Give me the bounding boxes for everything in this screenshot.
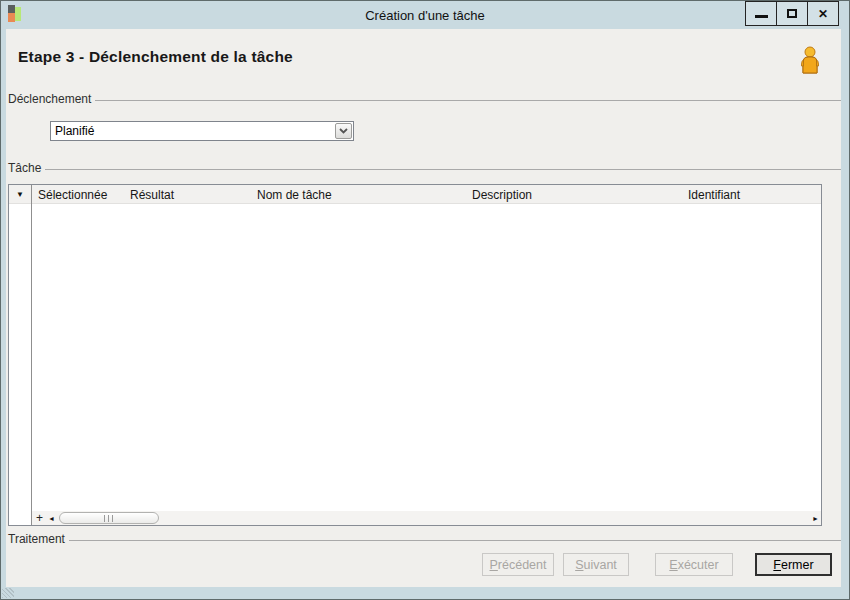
window-controls: ✕ [746,1,839,26]
scroll-right-icon[interactable]: ► [810,515,821,522]
row-header-divider [31,185,32,525]
scroll-left-icon[interactable]: ◄ [46,515,57,522]
row-selector-dropdown[interactable]: ▼ [9,185,31,204]
chevron-down-icon [339,128,348,134]
processing-group-label: Traitement [8,532,69,546]
minimize-button[interactable] [745,1,777,26]
column-header-identifiant[interactable]: Identifiant [688,185,740,204]
column-header-resultat[interactable]: Résultat [130,185,174,204]
person-icon [799,46,821,74]
scrollbar-grip [104,515,113,522]
group-divider [95,100,841,101]
trigger-type-combobox[interactable]: Planifié [50,121,354,141]
maximize-icon [787,9,797,18]
task-groupbox: Tâche [8,161,841,175]
column-header-nom-de-tache[interactable]: Nom de tâche [257,185,332,204]
combobox-value: Planifié [51,124,335,138]
trigger-groupbox: Déclenchement [8,92,841,106]
page-title: Etape 3 - Déclenchement de la tâche [18,48,293,66]
execute-button[interactable]: Exécuter [655,553,733,576]
group-divider [45,169,841,170]
resize-grip[interactable] [2,588,14,598]
processing-groupbox: Traitement [8,532,841,546]
close-icon: ✕ [818,8,828,20]
trigger-group-label: Déclenchement [8,92,95,106]
next-button[interactable]: Suivant [563,553,629,576]
table-header-row: ▼ Sélectionnée Résultat Nom de tâche Des… [9,185,821,204]
dialog-window: Création d'une tâche ✕ Etape 3 - Déclenc… [0,0,850,600]
task-table: ▼ Sélectionnée Résultat Nom de tâche Des… [8,184,822,526]
minimize-icon [755,15,768,18]
previous-button[interactable]: Précédent [482,553,554,576]
close-dialog-button[interactable]: Fermer [755,553,832,576]
window-title: Création d'une tâche [1,1,849,29]
close-button[interactable]: ✕ [807,1,839,26]
column-header-description[interactable]: Description [472,185,532,204]
add-icon[interactable]: + [32,512,46,525]
combobox-dropdown-button[interactable] [335,123,352,139]
titlebar[interactable]: Création d'une tâche ✕ [1,1,849,29]
horizontal-scrollbar[interactable]: + ◄ ► [32,511,821,525]
task-group-label: Tâche [8,161,45,175]
scrollbar-thumb[interactable] [59,512,159,524]
maximize-button[interactable] [776,1,808,26]
column-header-selectionnee[interactable]: Sélectionnée [38,185,107,204]
dialog-body: Etape 3 - Déclenchement de la tâche Décl… [6,29,841,587]
group-divider [69,540,841,541]
